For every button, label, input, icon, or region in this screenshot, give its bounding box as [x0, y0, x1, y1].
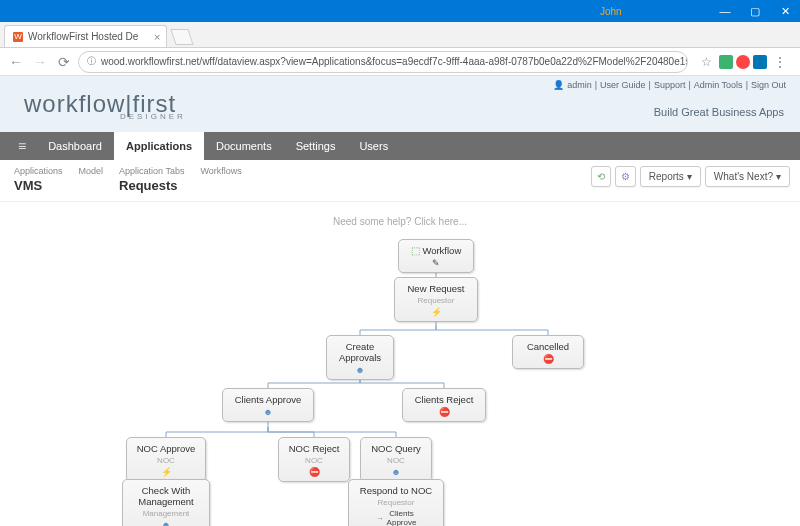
toolbar-btn-2[interactable]: ⚙ — [615, 166, 636, 187]
node-cancelled[interactable]: Cancelled ⛔ — [512, 335, 584, 369]
address-bar[interactable]: ⓘ wood.workflowfirst.net/wff/dataview.as… — [78, 51, 688, 73]
nav-dashboard[interactable]: Dashboard — [36, 132, 114, 160]
star-icon[interactable]: ☆ — [696, 52, 716, 72]
person-icon: ☻ — [365, 467, 427, 477]
link-admin-tools[interactable]: Admin Tools — [694, 80, 743, 90]
maximize-button[interactable]: ▢ — [740, 0, 770, 22]
app-header: workflow|first DESIGNER 👤 admin | User G… — [0, 76, 800, 132]
window-titlebar: John — ▢ ✕ — [0, 0, 800, 22]
favicon-icon: W — [13, 32, 23, 42]
node-clients-approve[interactable]: Clients Approve ☻ — [222, 388, 314, 422]
node-noc-reject[interactable]: NOC Reject NOC ⛔ — [278, 437, 350, 482]
bc-workflows[interactable]: Workflows — [200, 166, 241, 176]
close-window-button[interactable]: ✕ — [770, 0, 800, 22]
menu-icon[interactable]: ⋮ — [770, 52, 790, 72]
ext-icon-1[interactable] — [719, 55, 733, 69]
logo-text-a: workflow — [24, 90, 125, 117]
node-create-approvals[interactable]: Create Approvals ☻ — [326, 335, 394, 380]
tab-title: WorkflowFirst Hosted De — [28, 31, 138, 42]
user-icon: 👤 — [553, 80, 564, 90]
nav-documents[interactable]: Documents — [204, 132, 284, 160]
arrow-right-icon: → — [376, 514, 384, 523]
gear-icon: ⚙ — [621, 171, 630, 182]
node-noc-query[interactable]: NOC Query NOC ☻ — [360, 437, 432, 482]
main-nav: ≡ Dashboard Applications Documents Setti… — [0, 132, 800, 160]
help-link[interactable]: Need some help? Click here... — [0, 202, 800, 235]
bc-vms: VMS — [14, 178, 63, 193]
whats-next-button[interactable]: What's Next?▾ — [705, 166, 790, 187]
new-tab-button[interactable] — [171, 29, 194, 45]
node-noc-approve[interactable]: NOC Approve NOC ⚡ — [126, 437, 206, 482]
edit-icon: ✎ — [403, 258, 469, 268]
caret-down-icon: ▾ — [687, 171, 692, 182]
node-workflow[interactable]: ⬚ Workflow ✎ — [398, 239, 474, 273]
stop-icon: ⛔ — [517, 354, 579, 364]
ext-icon-3[interactable] — [753, 55, 767, 69]
reload-button[interactable]: ⟳ — [54, 52, 74, 72]
url-text: wood.workflowfirst.net/wff/dataview.aspx… — [101, 56, 688, 67]
stop-icon: ⛔ — [407, 407, 481, 417]
os-user-badge: John — [0, 6, 622, 17]
node-new-request[interactable]: New Request Requestor ⚡ — [394, 277, 478, 322]
bc-model[interactable]: Model — [79, 166, 104, 176]
hamburger-icon[interactable]: ≡ — [8, 138, 36, 154]
link-user-guide[interactable]: User Guide — [600, 80, 646, 90]
reports-button[interactable]: Reports▾ — [640, 166, 701, 187]
caret-down-icon: ▾ — [776, 171, 781, 182]
forward-button[interactable]: → — [30, 52, 50, 72]
toolbar-btn-1[interactable]: ⟲ — [591, 166, 611, 187]
browser-tab[interactable]: W WorkflowFirst Hosted De × — [4, 25, 167, 47]
bolt-icon: ⚡ — [399, 307, 473, 317]
nav-applications[interactable]: Applications — [114, 132, 204, 160]
bc-app-tabs[interactable]: Application Tabs — [119, 166, 184, 176]
ext-icon-2[interactable] — [736, 55, 750, 69]
nav-settings[interactable]: Settings — [284, 132, 348, 160]
link-sign-out[interactable]: Sign Out — [751, 80, 786, 90]
bc-requests: Requests — [119, 178, 184, 193]
minimize-button[interactable]: — — [710, 0, 740, 22]
refresh-icon: ⟲ — [597, 171, 605, 182]
node-check-mgmt[interactable]: Check With Management Management ☻ — [122, 479, 210, 526]
logo-subtitle: DESIGNER — [120, 112, 186, 121]
person-icon: ☻ — [227, 407, 309, 417]
link-support[interactable]: Support — [654, 80, 686, 90]
bc-applications[interactable]: Applications — [14, 166, 63, 176]
extensions: ☆ ⋮ — [692, 52, 794, 72]
browser-tabstrip: W WorkflowFirst Hosted De × — [0, 22, 800, 48]
node-respond-noc[interactable]: Respond to NOC Requestor →Clients Approv… — [348, 479, 444, 526]
link-admin[interactable]: admin — [567, 80, 592, 90]
nav-users[interactable]: Users — [347, 132, 400, 160]
person-icon: ☻ — [331, 365, 389, 375]
close-tab-icon[interactable]: × — [154, 31, 160, 43]
bolt-icon: ⚡ — [131, 467, 201, 477]
sub-header: Applications VMS Model Application Tabs … — [0, 160, 800, 202]
tagline: Build Great Business Apps — [654, 106, 784, 118]
back-button[interactable]: ← — [6, 52, 26, 72]
toolbar: ⟲ ⚙ Reports▾ What's Next?▾ — [591, 166, 790, 187]
browser-toolbar: ← → ⟳ ⓘ wood.workflowfirst.net/wff/datav… — [0, 48, 800, 76]
stop-icon: ⛔ — [283, 467, 345, 477]
node-clients-reject[interactable]: Clients Reject ⛔ — [402, 388, 486, 422]
top-links: 👤 admin | User Guide | Support | Admin T… — [553, 80, 786, 90]
workflow-canvas[interactable]: ⬚ Workflow ✎ New Request Requestor ⚡ Cre… — [0, 235, 800, 525]
info-icon: ⓘ — [87, 55, 96, 68]
person-icon: ☻ — [127, 520, 205, 526]
